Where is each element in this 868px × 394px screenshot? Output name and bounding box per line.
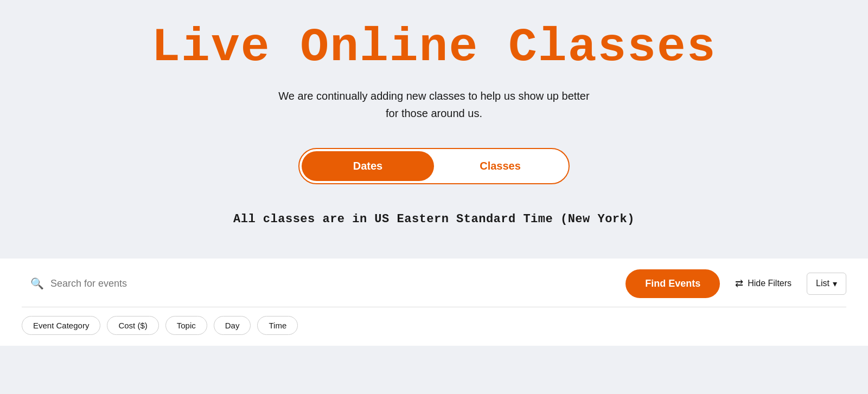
hide-filters-button[interactable]: ⇄ Hide Filters <box>729 273 798 294</box>
divider <box>22 307 846 307</box>
filter-chip-topic[interactable]: Topic <box>165 316 207 335</box>
page-subtitle: We are continually adding new classes to… <box>271 87 597 122</box>
view-toggle: Dates Classes <box>298 148 570 184</box>
chevron-down-icon: ▾ <box>833 279 837 289</box>
search-input[interactable] <box>50 272 608 296</box>
search-bar-row: 🔍 Find Events ⇄ Hide Filters List ▾ <box>22 269 846 298</box>
dates-toggle-button[interactable]: Dates <box>302 151 434 181</box>
search-section: 🔍 Find Events ⇄ Hide Filters List ▾ Even… <box>0 259 868 346</box>
search-input-wrapper: 🔍 <box>22 272 617 296</box>
filter-chip-time[interactable]: Time <box>257 316 298 335</box>
timezone-notice: All classes are in US Eastern Standard T… <box>233 212 635 226</box>
hide-filters-label: Hide Filters <box>748 279 792 288</box>
page-title: Live Online Classes <box>151 22 716 74</box>
filter-icon: ⇄ <box>735 277 743 289</box>
filters-row: Event Category Cost ($) Topic Day Time <box>22 316 846 335</box>
filter-chip-day[interactable]: Day <box>214 316 251 335</box>
classes-toggle-button[interactable]: Classes <box>434 151 566 181</box>
filter-chip-event-category[interactable]: Event Category <box>22 316 100 335</box>
list-view-dropdown[interactable]: List ▾ <box>807 273 846 295</box>
find-events-button[interactable]: Find Events <box>626 269 720 298</box>
filter-chip-cost[interactable]: Cost ($) <box>107 316 158 335</box>
search-icon: 🔍 <box>30 277 44 290</box>
hero-section: Live Online Classes We are continually a… <box>0 0 868 259</box>
list-label: List <box>816 279 829 288</box>
